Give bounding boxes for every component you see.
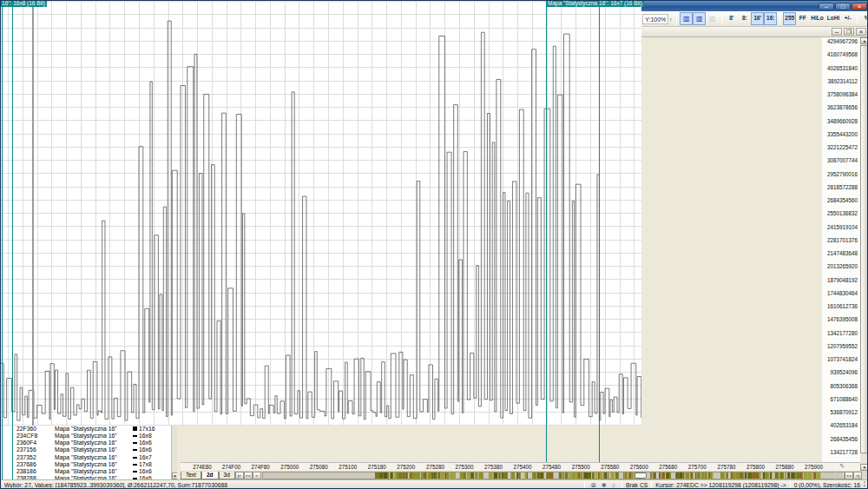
y-tick-label: 1073741824 [827, 356, 858, 362]
spinner-arrows-icon[interactable]: ↕ [669, 17, 672, 22]
tab-2d[interactable]: 2d [201, 472, 219, 479]
y-tick-label: 3892314112 [827, 78, 858, 84]
y-tick-label: 536870912 [830, 409, 858, 415]
y-tick-label: 2952790016 [827, 171, 858, 177]
winols-window: WinOLS - Ford Mondeo (Oryginal), , Hexdu… [0, 0, 868, 489]
bit-8-lohi-icon[interactable]: 8' [725, 12, 738, 25]
x-tick-label: 275380 [484, 464, 503, 470]
percent-icon[interactable]: % [860, 12, 868, 25]
status-led2-icon: ○ [612, 482, 615, 488]
y-tick-label: 4160749568 [827, 51, 858, 57]
mdi-close-button[interactable]: × [856, 28, 866, 36]
status-bar: Wybór: 27, Values: [184785923..399303936… [1, 479, 868, 489]
map-list-row[interactable]: 2360F4Mapa "Statystyczna 16"16x6 [1, 439, 171, 446]
signed-icon[interactable]: +/- [841, 12, 854, 25]
map-list-row[interactable]: 237156Mapa "Statystyczna 16"16x6 [1, 446, 171, 453]
hexdump-2d-plot[interactable]: Mapa "Statystyczna 16": 16x8 (16 Bit) Ma… [1, 1, 641, 426]
minimap-thumb[interactable] [635, 472, 647, 479]
bit-16-lohi-icon[interactable]: 16' [751, 12, 764, 25]
scroll-left-button[interactable]: < [253, 472, 261, 479]
scroll-first-button[interactable]: |< [235, 472, 244, 479]
close-button[interactable]: × [852, 3, 867, 10]
y-tick-label: 1342177280 [827, 330, 858, 336]
right-map-label: Mapa "Statystyczna 16": 16x7 (16 Bit) [546, 1, 641, 7]
view-columns-icon[interactable]: ▥ [693, 12, 706, 25]
x-tick-label: 275000 [280, 464, 299, 470]
bit-8-hilo-icon[interactable]: 8: [738, 12, 751, 25]
y-axis: 4294967296416074956840265318403892314112… [822, 37, 860, 462]
x-tick-label: 274F80 [251, 464, 269, 470]
width-info: 0 (0,00%), Szerokość: 16 [794, 482, 860, 488]
minimap-canvas [263, 472, 843, 479]
x-tick-label: 275100 [339, 464, 357, 470]
checksum-state-icon: ⊠ [591, 482, 596, 489]
y-tick-label: 1879048192 [827, 277, 858, 283]
view-2d-icon[interactable]: ▥ [680, 12, 693, 25]
decimal-view-icon[interactable]: 255 [783, 12, 796, 25]
y-tick-label: 805306368 [830, 383, 858, 389]
tab-text[interactable]: Text [181, 472, 201, 479]
y-tick-label: 2818572288 [827, 184, 858, 190]
x-tick-label: 275900 [805, 464, 823, 470]
map-list-row[interactable]: 237686Mapa "Statystyczna 16"17x8 [1, 461, 171, 468]
map-size-indicator-icon [133, 457, 137, 459]
x-tick-label: 275200 [397, 464, 415, 470]
status-led-icon: ✱ [602, 482, 607, 489]
map-boundary-line [32, 1, 34, 426]
x-tick-label: 275480 [542, 464, 561, 470]
scroll-down-icon[interactable]: ▼ [860, 464, 868, 471]
tab-3d[interactable]: 3d [219, 472, 235, 479]
bottom-bar: Text2d3d |< << < > >> >| [181, 471, 868, 479]
view-tabs: Text2d3d [181, 472, 235, 479]
y-tick-label: 939524096 [830, 369, 858, 375]
y-tick-label: 3758096384 [827, 91, 858, 97]
map-list-row[interactable]: 237352Mapa "Statystyczna 16"16x7 [1, 454, 171, 461]
toolbar-separator [779, 13, 780, 24]
address-minimap-scrollbar[interactable] [262, 472, 835, 479]
hilo-order-icon[interactable]: HiLo [809, 12, 825, 25]
scroll-last-button[interactable]: >| [853, 472, 862, 479]
left-map-selection-rect [2, 1, 13, 426]
hex-view-icon[interactable]: FF [796, 12, 809, 25]
toolbar-separator [721, 13, 722, 24]
minimize-button[interactable]: – [819, 3, 834, 10]
map-size-indicator-icon [133, 426, 137, 431]
y-tick-label: 3489660928 [827, 118, 858, 124]
y-tick-label: 2281701376 [827, 237, 858, 243]
y-tick-label: 3221225472 [827, 144, 858, 150]
mdi-restore-button[interactable]: ❐ [844, 28, 854, 36]
resize-grip[interactable] [862, 481, 868, 489]
map-size-indicator-icon [133, 449, 137, 451]
scroll-fast-left-button[interactable]: << [244, 472, 253, 479]
selection-info: Wybór: 27, Values: [184785923..399303936… [4, 482, 227, 488]
map-size-indicator-icon [133, 471, 137, 472]
left-map-label: Mapa "Statystyczna 16": 16x8 (16 Bit) [1, 1, 47, 7]
x-tick-label: 275400 [514, 464, 532, 470]
map-list-row[interactable]: 22F360Mapa "Statystyczna 16"17x16 [1, 426, 171, 433]
y-tick-label: 1744830464 [827, 290, 858, 296]
cursor-info: Kursor: 274EDC => 1208119298 (1208119298… [655, 482, 786, 488]
y-tick-label: 4294967296 [827, 38, 858, 44]
y-tick-label: 134217728 [830, 449, 858, 455]
maximize-button[interactable]: □ [835, 3, 851, 10]
view-3d-icon[interactable]: ▥ [706, 12, 719, 25]
y-tick-label: 3087007744 [827, 157, 858, 163]
x-tick-label: 275500 [572, 464, 590, 470]
map-list-row[interactable]: 234CF8Mapa "Statystyczna 16"16x8 [1, 433, 171, 439]
map-size-indicator-icon [133, 442, 137, 444]
y-tick-label: 2415919104 [827, 224, 858, 230]
x-tick-label: 275580 [601, 464, 619, 470]
bit-16-hilo-icon[interactable]: 16: [764, 12, 777, 25]
scroll-fast-right-button[interactable]: >> [845, 472, 853, 479]
x-tick-label: 275600 [630, 464, 648, 470]
map-list-row[interactable]: 238186Mapa "Statystyczna 16"16x6 [1, 468, 171, 475]
zoom-y-spinner[interactable]: Y:100%↕ [642, 14, 672, 24]
scroll-up-icon[interactable]: ▲ [860, 37, 868, 44]
scrollbar-thumb[interactable] [860, 45, 868, 453]
mdi-minimize-button[interactable]: – [832, 28, 842, 36]
y-tick-label: 4026531840 [827, 65, 858, 71]
checksum-status: Brak CS [626, 482, 648, 488]
lohi-order-icon[interactable]: LoHi [825, 12, 841, 25]
chart-vscrollbar[interactable]: ▲ ▼ [860, 37, 868, 471]
right-map-selection-rect [546, 1, 600, 426]
